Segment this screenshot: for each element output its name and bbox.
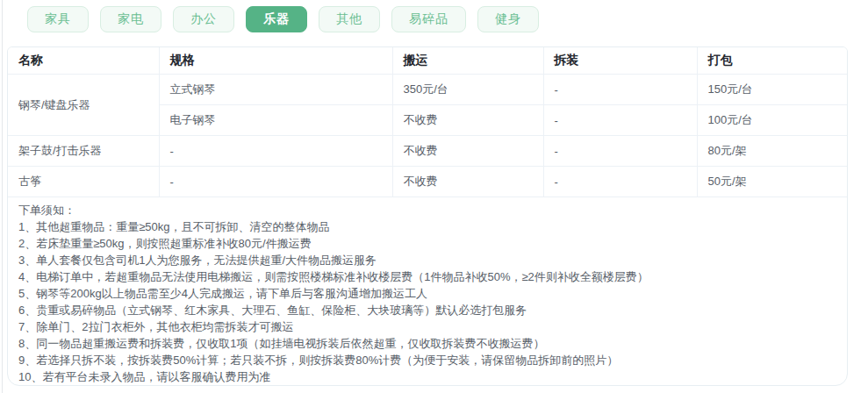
note-line: 7、除单门、2拉门衣柜外，其他衣柜均需拆装才可搬运: [18, 318, 835, 335]
cell-disassemble: -: [543, 105, 697, 136]
tab-other[interactable]: 其他: [319, 6, 380, 32]
tab-instruments[interactable]: 乐器: [246, 6, 307, 32]
order-notes: 下单须知： 1、其他超重物品：重量≥50kg，且不可拆卸、清空的整体物品 2、若…: [8, 197, 847, 385]
cell-disassemble: -: [543, 136, 697, 167]
table-header-row: 名称 规格 搬运 拆装 打包: [8, 47, 847, 75]
tab-appliances[interactable]: 家电: [100, 6, 161, 32]
cell-pack: 150元/台: [697, 75, 847, 105]
cell-spec: -: [159, 167, 392, 197]
tab-fragile[interactable]: 易碎品: [391, 6, 466, 32]
cell-pack: 100元/台: [697, 105, 847, 136]
cell-name: 古筝: [8, 167, 159, 197]
cell-move: 不收费: [392, 167, 543, 197]
cell-spec: 电子钢琴: [159, 105, 392, 136]
note-line: 2、若床垫重量≥50kg，则按照超重标准补收80元/件搬运费: [18, 235, 835, 252]
note-line: 6、贵重或易碎物品（立式钢琴、红木家具、大理石、鱼缸、保险柜、大块玻璃等）默认必…: [18, 302, 835, 318]
tab-fitness[interactable]: 健身: [477, 6, 539, 32]
column-header-disassemble: 拆装: [543, 47, 697, 75]
note-line: 8、同一物品超重搬运费和拆装费，仅收取1项（如挂墙电视拆装后依然超重，仅收取拆装…: [18, 335, 835, 352]
column-header-pack: 打包: [697, 47, 847, 75]
cell-name: 架子鼓/打击乐器: [8, 136, 159, 167]
column-header-name: 名称: [8, 47, 159, 75]
cell-disassemble: -: [543, 75, 697, 105]
cell-pack: 80元/架: [697, 136, 847, 167]
note-line: 3、单人套餐仅包含司机1人为您服务，无法提供超重/大件物品搬运服务: [18, 252, 835, 268]
pricing-panel: 名称 规格 搬运 拆装 打包 钢琴/键盘乐器 立式钢琴 350元/台 - 150…: [7, 46, 848, 386]
cell-move: 350元/台: [392, 75, 543, 105]
cell-name: 钢琴/键盘乐器: [8, 75, 159, 136]
column-header-move: 搬运: [392, 47, 543, 75]
cell-move: 不收费: [392, 105, 543, 136]
notes-title: 下单须知：: [18, 202, 835, 218]
note-line: 10、若有平台未录入物品，请以客服确认费用为准: [18, 368, 835, 385]
category-tabbar: 家具 家电 办公 乐器 其他 易碎品 健身: [27, 6, 539, 32]
tab-office[interactable]: 办公: [173, 6, 234, 32]
note-line: 5、钢琴等200kg以上物品需至少4人完成搬运，请下单后与客服沟通增加搬运工人: [18, 285, 835, 302]
table-row: 钢琴/键盘乐器 立式钢琴 350元/台 - 150元/台: [8, 75, 847, 105]
note-line: 4、电梯订单中，若超重物品无法使用电梯搬运，则需按照楼梯标准补收楼层费（1件物品…: [18, 268, 835, 285]
cell-move: 不收费: [392, 136, 543, 167]
page-edge-divider: [2, 0, 3, 393]
cell-spec: -: [159, 136, 392, 167]
column-header-spec: 规格: [159, 47, 392, 75]
table-row: 古筝 - 不收费 - 50元/架: [8, 167, 847, 197]
pricing-table: 名称 规格 搬运 拆装 打包 钢琴/键盘乐器 立式钢琴 350元/台 - 150…: [8, 47, 847, 197]
note-line: 9、若选择只拆不装，按拆装费50%计算；若只装不拆，则按拆装费80%计费（为便于…: [18, 352, 835, 368]
cell-pack: 50元/架: [697, 167, 847, 197]
note-line: 1、其他超重物品：重量≥50kg，且不可拆卸、清空的整体物品: [18, 218, 835, 235]
cell-spec: 立式钢琴: [159, 75, 392, 105]
table-row: 架子鼓/打击乐器 - 不收费 - 80元/架: [8, 136, 847, 167]
tab-furniture[interactable]: 家具: [27, 6, 89, 32]
cell-disassemble: -: [543, 167, 697, 197]
